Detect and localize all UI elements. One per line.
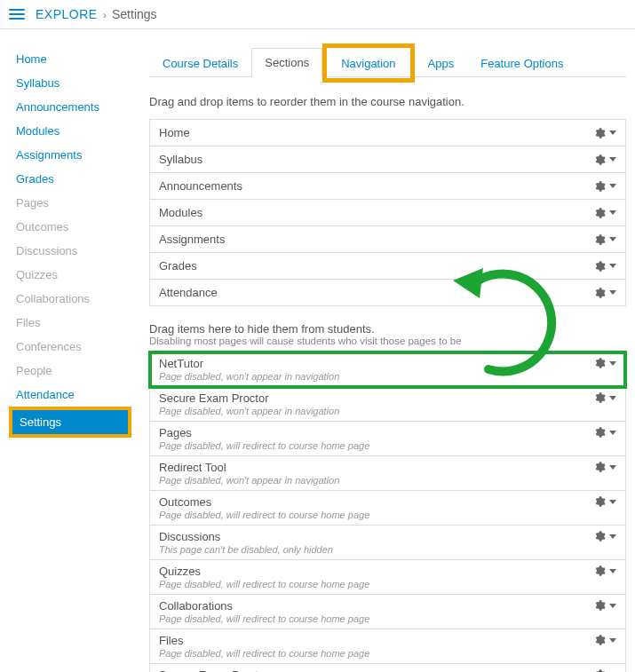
item-settings-button[interactable] — [593, 287, 616, 299]
item-settings-button[interactable] — [593, 260, 616, 273]
sidebar-item[interactable]: Collaborations — [9, 287, 131, 311]
hidden-nav-item[interactable]: DiscussionsThis page can't be disabled, … — [150, 526, 625, 560]
nav-item[interactable]: Syllabus — [150, 146, 625, 173]
nav-item-label: Attendance — [159, 286, 218, 299]
item-settings-button[interactable] — [593, 127, 616, 139]
caret-down-icon — [609, 569, 616, 573]
nav-item[interactable]: Home — [150, 120, 625, 146]
sidebar-item[interactable]: Settings — [12, 410, 128, 434]
caret-down-icon — [609, 500, 616, 504]
main: Course DetailsSectionsNavigationAppsFeat… — [131, 47, 626, 672]
hidden-item-sub: Page disabled, will redirect to course h… — [159, 440, 369, 451]
hide-intro: Drag items here to hide them from studen… — [149, 322, 626, 336]
hidden-nav-item[interactable]: Secure Exam ProctorPage disabled, won't … — [150, 664, 625, 672]
item-settings-button[interactable] — [593, 599, 616, 612]
sidebar-item[interactable]: Pages — [9, 191, 131, 215]
hidden-nav-item[interactable]: QuizzesPage disabled, will redirect to c… — [150, 560, 625, 595]
hide-sub: Disabling most pages will cause students… — [149, 336, 626, 346]
item-settings-button[interactable] — [593, 461, 616, 473]
hidden-nav-item[interactable]: PagesPage disabled, will redirect to cou… — [150, 422, 625, 456]
nav-item[interactable]: Modules — [150, 200, 625, 226]
hidden-item-label: Outcomes — [159, 495, 369, 509]
sidebar-item[interactable]: Grades — [9, 167, 131, 191]
sidebar-item-label: Syllabus — [16, 76, 60, 90]
item-settings-button[interactable] — [593, 426, 616, 439]
hidden-item-sub: Page disabled, will redirect to course h… — [159, 648, 369, 659]
item-settings-button[interactable] — [593, 634, 616, 646]
nav-item[interactable]: Grades — [150, 253, 625, 280]
tab[interactable]: Navigation — [328, 49, 409, 77]
hidden-item-sub: This page can't be disabled, only hidden — [159, 544, 333, 555]
item-settings-button[interactable] — [593, 207, 616, 219]
sidebar-item[interactable]: Discussions — [9, 239, 131, 263]
nav-item-label: Home — [159, 126, 190, 139]
sidebar-item-label: Outcomes — [16, 220, 68, 233]
sidebar: HomeSyllabusAnnouncementsModulesAssignme… — [9, 47, 131, 672]
caret-down-icon — [609, 604, 616, 608]
menu-icon[interactable] — [9, 9, 25, 20]
item-settings-button[interactable] — [593, 233, 616, 246]
caret-down-icon — [609, 396, 616, 400]
sidebar-item[interactable]: Modules — [9, 119, 131, 143]
caret-down-icon — [609, 431, 616, 435]
item-settings-button[interactable] — [593, 668, 616, 672]
sidebar-item-label: Assignments — [16, 148, 82, 162]
sidebar-item[interactable]: People — [9, 359, 131, 383]
hidden-item-sub: Page disabled, will redirect to course h… — [159, 510, 369, 520]
item-settings-button[interactable] — [593, 357, 616, 369]
caret-down-icon — [609, 465, 616, 470]
caret-down-icon — [609, 210, 616, 215]
tab[interactable]: Sections — [251, 48, 322, 77]
sidebar-item[interactable]: Files — [9, 311, 131, 335]
caret-down-icon — [609, 237, 616, 241]
nav-item-label: Grades — [159, 259, 197, 273]
caret-down-icon — [609, 184, 616, 188]
nav-item-label: Modules — [159, 206, 202, 219]
sidebar-item[interactable]: Syllabus — [9, 71, 131, 95]
breadcrumb-root[interactable]: EXPLORE — [36, 7, 98, 21]
sidebar-item[interactable]: Home — [9, 47, 131, 71]
sidebar-item-label: People — [16, 364, 52, 377]
sidebar-item-label: Grades — [16, 172, 54, 186]
item-settings-button[interactable] — [593, 391, 616, 404]
hidden-item-label: Quizzes — [159, 565, 369, 578]
sidebar-item-label: Conferences — [16, 340, 82, 353]
sidebar-item[interactable]: Conferences — [9, 335, 131, 359]
sidebar-item[interactable]: Outcomes — [9, 215, 131, 239]
hidden-item-label: NetTutor — [159, 357, 339, 370]
sidebar-item[interactable]: Attendance — [9, 383, 131, 407]
sidebar-item-label: Discussions — [16, 244, 77, 257]
sidebar-item[interactable]: Assignments — [9, 143, 131, 167]
hidden-nav-item[interactable]: FilesPage disabled, will redirect to cou… — [150, 629, 625, 664]
hidden-item-sub: Page disabled, won't appear in navigatio… — [159, 475, 339, 486]
item-settings-button[interactable] — [593, 180, 616, 193]
tab[interactable]: Feature Options — [467, 49, 576, 77]
item-settings-button[interactable] — [593, 530, 616, 542]
hidden-nav-item[interactable]: NetTutorPage disabled, won't appear in n… — [150, 352, 625, 387]
tab-label: Navigation — [341, 57, 395, 70]
sidebar-item[interactable]: Quizzes — [9, 263, 131, 287]
hidden-nav-item[interactable]: CollaborationsPage disabled, will redire… — [150, 595, 625, 629]
hidden-item-label: Secure Exam Proctor — [159, 391, 339, 405]
tab[interactable]: Apps — [415, 49, 468, 77]
hidden-nav-item[interactable]: OutcomesPage disabled, will redirect to … — [150, 491, 625, 526]
hidden-item-label: Files — [159, 634, 369, 647]
sidebar-item-label: Attendance — [16, 388, 75, 401]
tab-label: Course Details — [163, 57, 238, 70]
item-settings-button[interactable] — [593, 495, 616, 508]
nav-item[interactable]: Announcements — [150, 173, 625, 200]
item-settings-button[interactable] — [593, 565, 616, 577]
nav-item[interactable]: Attendance — [150, 280, 625, 305]
tab-label: Apps — [428, 57, 455, 70]
sidebar-item-label: Pages — [16, 196, 49, 210]
hidden-nav-item[interactable]: Secure Exam ProctorPage disabled, won't … — [150, 387, 625, 422]
item-settings-button[interactable] — [593, 154, 616, 166]
tab-label: Feature Options — [480, 57, 563, 70]
sidebar-item[interactable]: Announcements — [9, 95, 131, 119]
caret-down-icon — [609, 638, 616, 643]
hidden-nav-item[interactable]: Redirect ToolPage disabled, won't appear… — [150, 456, 625, 491]
tabs: Course DetailsSectionsNavigationAppsFeat… — [149, 47, 626, 77]
tab[interactable]: Course Details — [149, 49, 251, 77]
nav-item[interactable]: Assignments — [150, 226, 625, 253]
nav-item-label: Announcements — [159, 179, 242, 193]
